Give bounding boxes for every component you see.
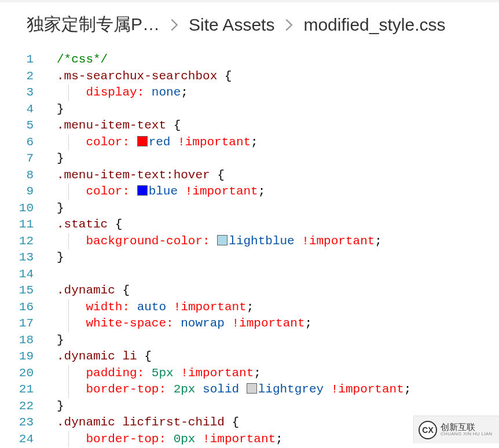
code-token: } [57, 333, 64, 347]
code-line[interactable]: background-color: lightblue !important; [57, 233, 499, 250]
code-token: ; [181, 86, 188, 99]
code-token: { [137, 350, 152, 363]
code-token [166, 383, 174, 396]
code-line[interactable]: } [57, 332, 499, 349]
code-token: .menu-item-text [57, 119, 166, 132]
code-line[interactable]: } [57, 101, 499, 118]
code-line[interactable]: } [57, 398, 499, 415]
code-token: { [166, 119, 181, 132]
code-token [57, 86, 86, 99]
code-token: background-color: [86, 234, 210, 248]
code-token [195, 383, 203, 396]
code-editor[interactable]: 123456789101112131415161718192021222324 … [0, 50, 499, 447]
code-line[interactable]: color: blue !important; [57, 183, 499, 200]
color-swatch-icon [137, 136, 148, 146]
code-token: ; [305, 317, 313, 330]
code-line[interactable]: border-top: 2px solid lightgrey !importa… [57, 381, 499, 398]
code-token: } [57, 102, 64, 116]
code-token [295, 234, 302, 248]
code-line[interactable]: white-space: nowrap !important; [57, 315, 499, 332]
code-token [57, 300, 86, 314]
code-token: color: [86, 185, 130, 198]
code-line[interactable]: .dynamic { [57, 282, 499, 299]
code-line[interactable]: width: auto !important; [57, 299, 499, 316]
line-number: 15 [0, 282, 34, 299]
breadcrumb-item-root[interactable]: 独家定制专属P… [27, 13, 160, 36]
code-token: 2px [174, 383, 196, 396]
breadcrumb: 独家定制专属P… Site Assets modified_style.css [0, 2, 499, 50]
line-number: 23 [0, 414, 34, 431]
code-token [130, 135, 137, 149]
line-number: 8 [0, 167, 34, 184]
code-line[interactable]: /*css*/ [57, 52, 499, 68]
code-line[interactable] [57, 266, 499, 283]
code-token: lightgrey [258, 383, 324, 396]
code-token [57, 135, 86, 149]
code-token [57, 185, 86, 198]
line-number: 2 [0, 68, 34, 85]
code-token: white-space: [86, 317, 173, 330]
code-token: .dynamic licfirst-child [57, 416, 225, 429]
line-number: 5 [0, 117, 34, 134]
watermark-en: CHUANG XIN HU LIAN [441, 432, 492, 437]
code-token: { [225, 416, 239, 429]
code-token [174, 317, 181, 330]
line-number-gutter: 123456789101112131415161718192021222324 [0, 52, 45, 447]
code-token: 5px [152, 366, 174, 380]
line-number: 21 [0, 381, 34, 398]
code-line[interactable]: .ms-searchux-searchbox { [57, 68, 499, 85]
code-token: !important [232, 317, 305, 330]
code-token: !important [331, 383, 404, 396]
code-content[interactable]: /*css*/.ms-searchux-searchbox { display:… [45, 52, 499, 447]
line-number: 4 [0, 101, 34, 118]
code-token [225, 317, 232, 330]
code-token: /*css*/ [57, 53, 108, 66]
watermark-cn: 创新互联 [441, 423, 492, 432]
code-token [166, 300, 174, 314]
color-swatch-icon [247, 383, 257, 394]
code-line[interactable]: } [57, 200, 499, 217]
code-line[interactable]: } [57, 150, 499, 167]
line-number: 10 [0, 200, 34, 217]
code-token: nowrap [181, 317, 225, 330]
code-token: } [57, 251, 64, 264]
code-token: } [57, 201, 64, 215]
line-number: 1 [0, 52, 34, 68]
breadcrumb-item-folder[interactable]: Site Assets [189, 15, 274, 35]
code-token: 0px [174, 432, 196, 446]
code-line[interactable]: } [57, 249, 499, 266]
code-token [144, 366, 152, 380]
code-token: !important [302, 234, 375, 248]
code-token [57, 432, 86, 446]
code-token: ; [276, 432, 283, 446]
code-line[interactable]: padding: 5px !important; [57, 365, 499, 382]
line-number: 24 [0, 431, 34, 448]
code-token: !important [178, 135, 251, 149]
code-line[interactable]: .menu-item-text { [57, 117, 499, 134]
code-token [195, 432, 203, 446]
chevron-right-icon [170, 19, 178, 31]
code-line[interactable]: .dynamic li { [57, 348, 499, 365]
line-number: 9 [0, 183, 34, 200]
code-token: } [57, 152, 64, 165]
watermark-text: 创新互联 CHUANG XIN HU LIAN [441, 423, 492, 437]
code-token [57, 383, 86, 396]
code-line[interactable]: .menu-item-text:hover { [57, 167, 499, 184]
code-token [324, 383, 331, 396]
code-token [130, 185, 137, 198]
code-token: { [217, 69, 232, 83]
code-token: blue [149, 185, 178, 198]
code-token: color: [86, 135, 130, 149]
code-line[interactable]: color: red !important; [57, 134, 499, 151]
code-token: .dynamic [57, 284, 115, 297]
line-number: 11 [0, 216, 34, 233]
code-token: { [115, 284, 130, 297]
code-line[interactable]: .static { [57, 216, 499, 233]
line-number: 18 [0, 332, 34, 349]
code-token: .dynamic li [57, 350, 137, 363]
code-token: none [152, 86, 181, 99]
code-token: !important [181, 366, 254, 380]
code-token [239, 383, 247, 396]
code-line[interactable]: display: none; [57, 85, 499, 101]
line-number: 22 [0, 398, 34, 415]
